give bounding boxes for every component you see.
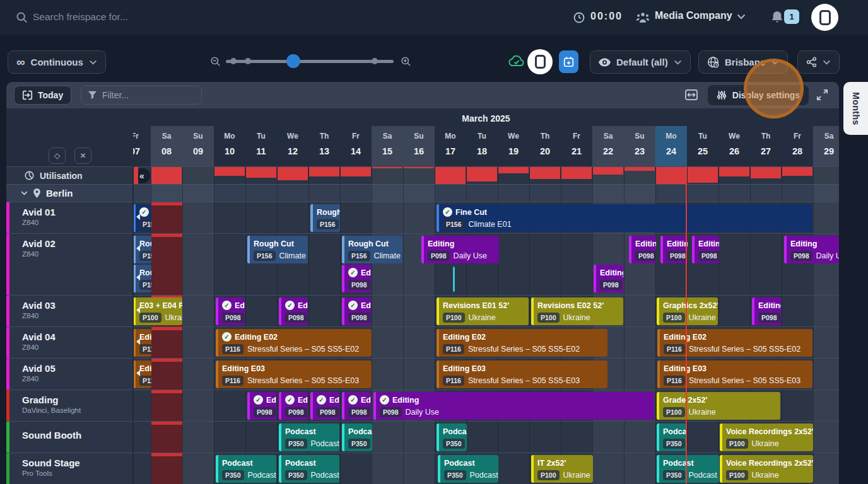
day-header-cell[interactable]: Th27 (750, 126, 782, 166)
event-block[interactable]: Editing E02P116 (133, 329, 151, 357)
display-settings-button[interactable]: Display settings (708, 85, 809, 105)
event-block[interactable]: Editing E03P116Stressful Series – S05 SS… (216, 360, 372, 388)
resource-row-header[interactable]: Avid 03Z840 (6, 296, 133, 326)
day-header-cell[interactable]: Fr21 (561, 126, 592, 166)
tab-months[interactable]: Months (843, 82, 868, 135)
event-block[interactable]: ✓Fine CutP156Climate E01 (437, 204, 812, 232)
fit-width-icon[interactable] (684, 89, 698, 101)
day-header-cell[interactable]: We19 (498, 126, 529, 166)
milestone-marker[interactable] (453, 267, 455, 292)
day-header-cell[interactable]: Th13 (308, 126, 340, 166)
event-block[interactable]: Editing E03P116 (133, 360, 151, 388)
event-block[interactable]: PodcastP350 (342, 424, 372, 451)
zoom-in-icon[interactable] (400, 55, 412, 67)
event-block[interactable]: Rough CutP156 (310, 204, 340, 232)
event-block[interactable]: EditingP098 (660, 236, 688, 263)
day-header-cell[interactable]: We12 (277, 126, 308, 166)
day-header-cell[interactable]: Tu11 (245, 126, 277, 166)
day-header-cell[interactable]: Th20 (529, 126, 561, 166)
user-avatar[interactable] (811, 4, 838, 31)
view-mode-dropdown[interactable]: ∞ Continuous (8, 50, 106, 74)
event-block[interactable]: Rough CutP156 (133, 236, 151, 263)
event-block[interactable]: ✓EditingP098 (216, 297, 245, 325)
event-block[interactable]: Editing E03P116Stressful Series – S05 SS… (657, 360, 812, 388)
day-header-cell[interactable]: Sa08 (151, 126, 182, 166)
event-block[interactable]: EditingP098Daily Use (421, 236, 499, 263)
event-block[interactable]: Rough CutP156Climate (247, 236, 308, 263)
event-block[interactable]: EditingP098 (752, 297, 781, 325)
event-block[interactable]: EditingP098 (629, 236, 656, 263)
resource-row-header[interactable]: Avid 04Z840 (6, 327, 133, 358)
day-header-cell[interactable]: Fr07 (133, 126, 151, 166)
event-block[interactable]: PodcastP350Podcast (438, 455, 498, 483)
day-header-cell[interactable]: Fr28 (782, 126, 813, 166)
event-block[interactable]: Editing E02P116Stressful Series – S05 SS… (657, 329, 812, 357)
event-block[interactable]: Rough CutP156 (133, 265, 151, 292)
resource-row-header[interactable]: Avid 01Z840 (6, 202, 133, 233)
event-block[interactable]: E03 + E04 RevisionsP100Ukraine (133, 297, 182, 325)
event-block[interactable]: ✓EditingP098 (247, 392, 276, 420)
global-search-input[interactable] (33, 8, 235, 26)
filter-input[interactable] (102, 90, 216, 100)
day-header-cell[interactable]: Su23 (624, 126, 655, 166)
day-header-cell[interactable]: Su16 (403, 126, 435, 166)
sort-resources-button[interactable]: ◇ (49, 147, 66, 164)
event-block[interactable]: Voice Recordings 2x52'P100Ukraine (720, 455, 813, 483)
resource-row-header[interactable]: GradingDaVinci, Baselight (6, 390, 133, 421)
day-header-cell[interactable]: Mo17 (435, 126, 466, 166)
event-block[interactable]: ✓EditingP098 (279, 297, 308, 325)
notification-count-badge[interactable]: 1 (784, 9, 799, 24)
event-block[interactable]: EditingP098 (594, 265, 623, 292)
day-header-cell[interactable]: Mo10 (214, 126, 245, 166)
event-block[interactable]: PodcastP350Podcast (279, 424, 339, 451)
day-header-cell[interactable]: Sa15 (372, 126, 403, 166)
day-header-cell[interactable]: Sa29 (813, 126, 839, 166)
calendar-filter-dropdown[interactable]: Default (all) (590, 50, 691, 74)
event-block[interactable]: ✓EditingP098 (310, 392, 339, 420)
timezone-dropdown[interactable]: Brisbane (698, 50, 788, 74)
event-block[interactable]: IT 2x52'P100Ukraine (531, 455, 593, 483)
resource-row-header[interactable]: Avid 02Z840 (6, 234, 133, 295)
resource-row-header[interactable]: Avid 05Z840 (6, 359, 133, 389)
resource-row-header[interactable]: Sound StagePro Tools (6, 453, 133, 484)
chevron-down-icon[interactable] (737, 14, 746, 20)
fullscreen-icon[interactable] (816, 89, 828, 101)
event-block[interactable]: Revisions E01 52'P100Ukraine (437, 297, 529, 325)
filter-field[interactable] (81, 86, 202, 105)
zoom-out-icon[interactable] (209, 55, 221, 67)
event-block[interactable]: Rough CutP156Climate (342, 236, 402, 263)
slider-thumb[interactable] (286, 54, 300, 68)
event-block[interactable]: Revisions E02 52'P100Ukraine (531, 297, 623, 325)
clear-selection-button[interactable]: ✕ (74, 147, 91, 164)
event-block[interactable]: PodcastP350Podcast (279, 455, 339, 483)
event-block[interactable]: ✓EditingP098 (342, 392, 371, 420)
group-row-berlin[interactable]: Berlin (6, 184, 839, 202)
resource-row-header[interactable]: Sound Booth (6, 422, 133, 452)
share-dropdown[interactable] (797, 50, 840, 74)
event-block[interactable]: Editing E02P116Stressful Series – S05 SS… (437, 329, 607, 357)
event-block[interactable]: Grade 2x52'P100Ukraine (657, 392, 780, 420)
event-block[interactable]: Editing E03P116Stressful Series – S05 SS… (437, 360, 607, 388)
day-header-cell[interactable]: Fr14 (340, 126, 372, 166)
event-block[interactable]: EditingP098Daily Use (784, 236, 839, 263)
day-header-cell[interactable]: Su09 (182, 126, 214, 166)
day-header-cell[interactable]: Mo24 (655, 126, 687, 166)
event-block[interactable]: ✓Editing E02P116Stressful Series – S05 S… (216, 329, 372, 357)
user-avatar-small[interactable] (527, 49, 553, 74)
event-block[interactable]: PodcastP350 (657, 424, 687, 451)
event-block[interactable]: ✓P156 (133, 204, 151, 232)
day-header-cell[interactable]: We26 (718, 126, 750, 166)
chevron-down-icon[interactable] (21, 191, 28, 195)
event-block[interactable]: ✓EditingP098 (342, 297, 371, 325)
notifications-bell-icon[interactable] (771, 10, 783, 24)
event-block[interactable]: ✓EditingP098 (279, 392, 308, 420)
calendar-add-button[interactable] (559, 50, 578, 73)
timeline-zoom-slider[interactable] (226, 60, 394, 63)
event-block[interactable]: EditingP098 (692, 236, 719, 263)
day-header-cell[interactable]: Tu25 (687, 126, 718, 166)
event-block[interactable]: ✓EditingP098 (342, 265, 371, 292)
event-block[interactable]: Graphics 2x52'P100Ukraine (657, 297, 718, 325)
event-block[interactable]: ✓EditingP098Daily Use (373, 392, 654, 420)
event-block[interactable]: PodcastP350 (437, 424, 467, 451)
event-block[interactable]: PodcastP350Podcast (216, 455, 276, 483)
